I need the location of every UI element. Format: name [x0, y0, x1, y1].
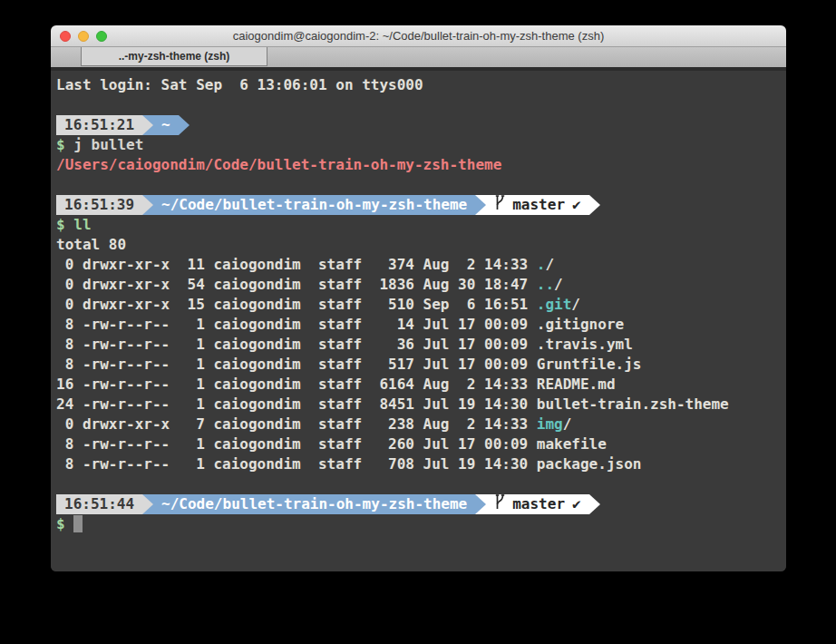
- text-span: $: [56, 216, 65, 233]
- text-span: ll: [65, 216, 92, 233]
- text-span: total 80: [56, 236, 126, 253]
- text-span: $: [56, 136, 65, 153]
- powerline-separator: [179, 115, 190, 135]
- tab-bar: ..-my-zsh-theme (zsh): [51, 47, 786, 67]
- title-bar[interactable]: caiogondim@caiogondim-2: ~/Code/bullet-t…: [51, 25, 786, 47]
- command-line: $ j bullet: [56, 135, 781, 155]
- ls-row: 24 -rw-r--r-- 1 caiogondim staff 8451 Ju…: [56, 395, 781, 415]
- powerline-separator: [142, 115, 153, 135]
- ls-meta: 8 -rw-r--r-- 1 caiogondim staff 36 Jul 1…: [56, 336, 537, 353]
- ls-meta: 16 -rw-r--r-- 1 caiogondim staff 6164 Au…: [56, 376, 537, 393]
- window-title: caiogondim@caiogondim-2: ~/Code/bullet-t…: [51, 29, 786, 43]
- ls-filename: .: [537, 256, 546, 273]
- prompt-line: 16:51:39~/Code/bullet-train-oh-my-zsh-th…: [56, 195, 781, 215]
- ls-meta: 24 -rw-r--r-- 1 caiogondim staff 8451 Ju…: [56, 395, 537, 413]
- ls-row: 8 -rw-r--r-- 1 caiogondim staff 708 Jul …: [56, 454, 781, 474]
- text-span: j bullet: [65, 136, 144, 153]
- git-branch-icon: [494, 494, 506, 515]
- ls-dir-slash: /: [571, 296, 580, 313]
- ls-meta: 8 -rw-r--r-- 1 caiogondim staff 260 Jul …: [56, 435, 537, 453]
- terminal-window: caiogondim@caiogondim-2: ~/Code/bullet-t…: [51, 25, 786, 571]
- powerline-separator: [589, 195, 600, 215]
- ls-meta: 0 drwxr-xr-x 7 caiogondim staff 238 Aug …: [56, 415, 537, 433]
- terminal-blank-line: [56, 474, 781, 494]
- ls-filename: .travis.yml: [537, 336, 633, 353]
- text-span: $: [56, 515, 65, 532]
- ls-filename: .git: [537, 296, 572, 313]
- prompt-dir-segment: ~/Code/bullet-train-oh-my-zsh-theme: [153, 195, 475, 215]
- ls-filename: README.md: [537, 376, 616, 393]
- input-line: $: [56, 514, 781, 534]
- command-line: $ ll: [56, 215, 781, 235]
- zoom-button[interactable]: [96, 31, 107, 42]
- ls-meta: 8 -rw-r--r-- 1 caiogondim staff 517 Jul …: [56, 356, 537, 373]
- terminal-line: Last login: Sat Sep 6 13:06:01 on ttys00…: [56, 75, 781, 95]
- ls-row: 0 drwxr-xr-x 15 caiogondim staff 510 Sep…: [56, 295, 781, 315]
- ls-row: 8 -rw-r--r-- 1 caiogondim staff 14 Jul 1…: [56, 315, 781, 335]
- ls-row: 0 drwxr-xr-x 7 caiogondim staff 238 Aug …: [56, 415, 781, 434]
- terminal-line: /Users/caiogondim/Code/bullet-train-oh-m…: [56, 155, 781, 175]
- ls-filename: img: [537, 415, 563, 433]
- ls-row: 8 -rw-r--r-- 1 caiogondim staff 260 Jul …: [56, 434, 781, 454]
- prompt-git-segment: master✔: [486, 195, 588, 215]
- ls-meta: 0 drwxr-xr-x 54 caiogondim staff 1836 Au…: [56, 276, 537, 293]
- ls-filename: Gruntfile.js: [537, 356, 642, 373]
- powerline-separator: [142, 195, 153, 215]
- ls-filename: ..: [537, 276, 554, 293]
- prompt-dir-segment: ~/Code/bullet-train-oh-my-zsh-theme: [153, 494, 475, 514]
- git-status-check: ✔: [572, 494, 581, 514]
- terminal-content[interactable]: Last login: Sat Sep 6 13:06:01 on ttys00…: [51, 71, 786, 571]
- ls-dir-slash: /: [563, 415, 572, 433]
- ls-row: 8 -rw-r--r-- 1 caiogondim staff 36 Jul 1…: [56, 335, 781, 355]
- ls-meta: 8 -rw-r--r-- 1 caiogondim staff 14 Jul 1…: [56, 316, 537, 333]
- close-button[interactable]: [60, 31, 71, 42]
- git-branch-name: master: [512, 195, 565, 215]
- ls-meta: 0 drwxr-xr-x 15 caiogondim staff 510 Sep…: [56, 296, 537, 313]
- ls-dir-slash: /: [554, 276, 563, 293]
- ls-row: 8 -rw-r--r-- 1 caiogondim staff 517 Jul …: [56, 355, 781, 375]
- text-span: Last login: Sat Sep 6 13:06:01 on ttys00…: [56, 76, 423, 93]
- powerline-separator: [475, 195, 486, 215]
- prompt-git-segment: master✔: [486, 494, 588, 514]
- prompt-line: 16:51:44~/Code/bullet-train-oh-my-zsh-th…: [56, 494, 781, 514]
- prompt-time-segment: 16:51:44: [56, 494, 142, 514]
- prompt-time-segment: 16:51:39: [56, 195, 142, 215]
- terminal-line: total 80: [56, 235, 781, 255]
- ls-filename: .gitignore: [537, 316, 624, 333]
- ls-row: 0 drwxr-xr-x 11 caiogondim staff 374 Aug…: [56, 255, 781, 275]
- prompt-line: 16:51:21~: [56, 115, 781, 135]
- terminal-blank-line: [56, 95, 781, 115]
- block-cursor: [73, 515, 83, 532]
- git-branch-name: master: [512, 494, 565, 514]
- window-controls: [60, 25, 107, 46]
- ls-meta: 0 drwxr-xr-x 11 caiogondim staff 374 Aug…: [56, 256, 537, 273]
- ls-dir-slash: /: [545, 256, 554, 273]
- text-span: /Users/caiogondim/Code/bullet-train-oh-m…: [56, 156, 501, 173]
- ls-meta: 8 -rw-r--r-- 1 caiogondim staff 708 Jul …: [56, 455, 537, 473]
- prompt-time-segment: 16:51:21: [56, 115, 142, 135]
- git-status-check: ✔: [572, 195, 581, 215]
- tab-label: ..-my-zsh-theme (zsh): [119, 50, 230, 63]
- minimize-button[interactable]: [78, 31, 89, 42]
- powerline-separator: [142, 494, 153, 514]
- powerline-separator: [475, 494, 486, 514]
- tab-active[interactable]: ..-my-zsh-theme (zsh): [81, 47, 267, 66]
- terminal-blank-line: [56, 175, 781, 195]
- desktop: caiogondim@caiogondim-2: ~/Code/bullet-t…: [0, 0, 836, 644]
- ls-filename: bullet-train.zsh-theme: [537, 395, 729, 413]
- text-span: [65, 515, 74, 532]
- ls-row: 16 -rw-r--r-- 1 caiogondim staff 6164 Au…: [56, 375, 781, 395]
- prompt-dir-segment: ~: [153, 115, 179, 135]
- ls-row: 0 drwxr-xr-x 54 caiogondim staff 1836 Au…: [56, 275, 781, 295]
- ls-filename: package.json: [537, 455, 642, 473]
- ls-filename: makefile: [537, 435, 607, 453]
- powerline-separator: [589, 494, 600, 514]
- git-branch-icon: [494, 195, 506, 216]
